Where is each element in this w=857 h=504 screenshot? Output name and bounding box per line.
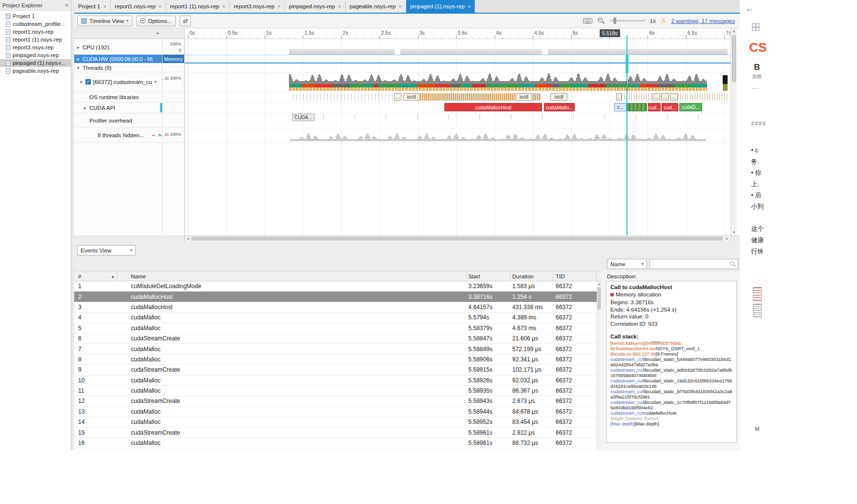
timeline-vertical-scrollbar[interactable]: ▴ ▾ — [731, 28, 737, 235]
timeline-event-ioctl[interactable]: ioctl — [516, 93, 532, 101]
tab-close-icon[interactable]: × — [468, 3, 471, 9]
chevron-down-icon[interactable]: ▾ — [154, 80, 156, 84]
tab-report3-nsys-rep[interactable]: report3.nsys-rep× — [230, 0, 285, 13]
tab-report1-1-nsys-rep[interactable]: report1 (1).nsys-rep× — [166, 0, 230, 13]
expand-icon[interactable]: ▸ — [77, 45, 83, 50]
table-row-16[interactable]: 16cudaMalloc5.58961s88.732 μs66372 — [74, 438, 602, 448]
hscroll-thumb[interactable] — [191, 237, 723, 240]
table-row-7[interactable]: 7cudaMalloc5.58849s572.199 μs66372 — [74, 344, 602, 354]
events-view-dropdown[interactable]: Events View ▾ — [77, 245, 136, 255]
row-label-cpu[interactable]: ▸ CPU (192) 100% 0 — [74, 40, 184, 55]
table-row-9[interactable]: 9cudaStreamCreate5.58915s102.171 μs66372 — [74, 365, 602, 375]
timeline-horizontal-scrollbar[interactable]: ◂ ▸ — [185, 235, 731, 241]
timeline-event-[interactable]: .. — [616, 93, 622, 101]
timeline-event-[interactable]: ... — [394, 93, 401, 101]
column-header-tid[interactable]: TID — [553, 272, 597, 281]
timeline-event-[interactable]: ... — [670, 93, 678, 101]
call-stack-frame[interactable]: libToolsInjection64.so!NSYS_OSRT_ioctl_1 — [610, 346, 732, 351]
row-label-threads[interactable]: ▾ Threads (9) — [74, 63, 184, 72]
table-row-5[interactable]: 5cudaMalloc5.58379s4.673 ms66372 — [74, 323, 602, 334]
view-mode-dropdown[interactable]: Timeline View ▾ — [77, 16, 132, 26]
swap-rows-button[interactable]: ⇄ — [180, 16, 191, 26]
table-scroll-thumb[interactable] — [598, 287, 601, 310]
tab-close-icon[interactable]: × — [277, 3, 280, 9]
search-icon[interactable] — [730, 261, 736, 268]
table-row-15[interactable]: 15cudaStreamCreate5.58961s2.922 μs66372 — [74, 427, 602, 438]
explorer-item-project-1[interactable]: Project 1 — [0, 12, 71, 20]
collapse-icon[interactable]: ▾ — [77, 65, 83, 70]
call-stack-frame[interactable]: libcuda.so.550.127.08[9 Frames] — [610, 351, 732, 357]
close-icon[interactable]: × — [65, 2, 68, 9]
expand-icon[interactable]: ▸ — [77, 57, 83, 62]
table-row-14[interactable]: 14cudaMalloc5.58952s83.454 μs66372 — [74, 417, 602, 427]
tab-close-icon[interactable]: × — [398, 3, 401, 9]
call-stack-frame[interactable]: cudastream_cu!libcudart_static_ad9262876… — [610, 367, 732, 378]
timeline-event-ioctl[interactable]: ioctl — [403, 93, 419, 101]
tab-pinpaged-nsys-rep[interactable]: pinpaged.nsys-rep× — [285, 0, 346, 13]
explorer-item-report1-nsys-rep[interactable]: report1.nsys-rep — [0, 28, 71, 36]
call-stack-frame[interactable]: Nsight Systems frames — [610, 416, 732, 421]
scroll-right-icon[interactable]: ▸ — [725, 236, 730, 241]
table-row-6[interactable]: 6cudaStreamCreate5.58847s21.606 μs66372 — [74, 334, 602, 344]
thread-checkbox[interactable]: ✓ — [85, 79, 91, 84]
scroll-up-icon[interactable]: ▴ — [597, 282, 602, 287]
call-stack-frame[interactable]: [Max depth][Max depth] — [610, 421, 732, 426]
memory-sublabel[interactable]: Memory — [162, 55, 185, 63]
column-header-start[interactable]: Start — [466, 272, 510, 281]
call-stack-frame[interactable]: cudastream_cu!libcudart_static_19d132c81… — [610, 378, 732, 389]
table-row-2[interactable]: 2cudaMallocHost3.38716s1.254 s66372 — [74, 292, 602, 302]
tab-close-icon[interactable]: × — [103, 3, 106, 9]
expand-icon[interactable]: ▸ — [84, 105, 89, 110]
zoom-slider-thumb[interactable] — [613, 18, 616, 24]
column-header-num[interactable]: # ▲ — [74, 272, 117, 281]
timeline-event-[interactable]: ... — [652, 93, 660, 101]
filter-field-dropdown[interactable]: Name ▾ — [607, 259, 647, 269]
remove-icon[interactable]: − — [151, 132, 155, 139]
timeline-canvas[interactable]: ...ioctlioctlioctl........... cudaMalloc… — [185, 28, 731, 235]
scroll-up-icon[interactable]: ▴ — [731, 29, 737, 34]
call-stack-frame[interactable]: cudastream_cu!cudaMallocHost — [610, 410, 732, 416]
row-label-cuda-api[interactable]: ▸ CUDA API — [74, 103, 184, 113]
chevron-down-icon[interactable]: ▾ — [157, 31, 159, 36]
tab-report1-nsys-rep[interactable]: report1.nsys-rep× — [111, 0, 166, 13]
grid-menu-icon[interactable] — [752, 23, 759, 31]
table-scrollbar[interactable]: ▴ — [597, 281, 602, 450]
timeline-event[interactable] — [627, 103, 647, 111]
row-label-thread-66372[interactable]: ▾ ✓ [66372] cudastream_cu ▾ ...to 100% — [74, 72, 184, 92]
call-stack-frame[interactable]: cudastream_cu!libcudart_static_5449a5077… — [610, 357, 732, 367]
timeline-event-cudamallochost[interactable]: cudaMallocHost — [444, 103, 542, 111]
timeline-event-ioctl[interactable]: ioctl — [550, 93, 567, 101]
back-arrow-icon[interactable]: ← — [745, 4, 753, 14]
table-row-12[interactable]: 12cudaStreamCreate5.58943s2.673 μs66372 — [74, 396, 602, 406]
timeline-ruler[interactable]: 5.518s 0s0.5s1s1.5s2s2.5s3s3.5s4s4.5s5s6… — [185, 28, 731, 39]
row-label-hidden-threads[interactable]: 8 threads hidden... − + ...to 100% — [74, 128, 184, 143]
search-input[interactable] — [650, 259, 738, 269]
collapse-icon[interactable]: ▾ — [80, 80, 85, 84]
timeline-event-[interactable]: ... — [661, 93, 669, 101]
column-header-name[interactable]: Name — [117, 272, 466, 281]
table-row-4[interactable]: 4cudaMalloc5.5794s4.389 ms66372 — [74, 313, 602, 323]
call-stack-frame[interactable]: cudastream_cu!libcudart_static_1c70fb9f0… — [610, 399, 732, 410]
tab-project-1[interactable]: Project 1× — [74, 0, 111, 13]
tab-pageable-nsys-rep[interactable]: pageable.nsys-rep× — [346, 0, 406, 13]
timeline-event-cud[interactable]: cud... — [662, 103, 678, 111]
bold-button[interactable]: B — [754, 63, 760, 72]
explorer-item-pageable-nsys-rep[interactable]: pageable.nsys-rep — [0, 67, 71, 75]
table-row-1[interactable]: 1cuModuleGetLoadingMode3.23659s1.583 μs6… — [74, 281, 602, 292]
options-button[interactable]: Options... — [136, 16, 176, 26]
timeline-event-c[interactable]: c... — [614, 103, 627, 111]
timeline-event-cudamallo[interactable]: cudaMallo... — [544, 103, 575, 111]
vscroll-thumb[interactable] — [732, 35, 736, 82]
tab-close-icon[interactable]: × — [338, 3, 341, 9]
row-label-os-runtime[interactable]: OS runtime libraries — [74, 92, 184, 103]
table-row-10[interactable]: 10cudaMalloc5.58926s92.032 μs66372 — [74, 376, 602, 386]
table-row-8[interactable]: 8cudaMalloc5.58906s92.341 μs66372 — [74, 355, 602, 365]
explorer-item-report1-1-nsys-rep[interactable]: report1 (1).nsys-rep — [0, 36, 71, 43]
timeline-event-cud[interactable]: cud... — [648, 103, 661, 111]
column-header-duration[interactable]: Duration — [510, 272, 553, 281]
page-thumbnail[interactable] — [753, 304, 762, 317]
scroll-down-icon[interactable]: ▾ — [731, 230, 737, 235]
row-label-cuda-hw[interactable]: ▸ CUDA HW (0000:08:00.0 - N\ Memory — [74, 55, 184, 63]
timeline-event-cuda[interactable]: CUDA... — [292, 114, 314, 121]
page-thumbnail[interactable] — [753, 287, 762, 301]
